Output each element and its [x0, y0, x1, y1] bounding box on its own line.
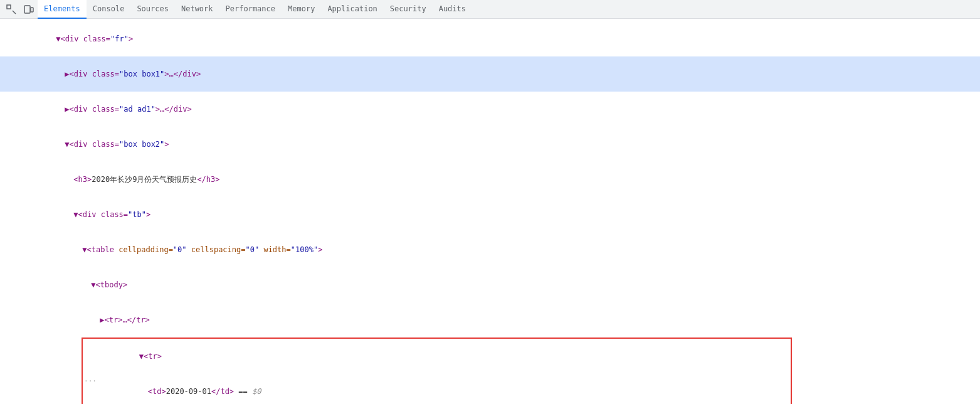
device-toolbar-icon[interactable]	[20, 1, 38, 18]
dom-panel: ▼<div class="fr"> ▶<div class="box box1"…	[0, 19, 980, 404]
tab-elements[interactable]: Elements	[38, 0, 87, 19]
dom-text: ▼<table cellpadding="0" cellspacing="0" …	[15, 233, 980, 267]
dom-line[interactable]: ▼<div class="box box2">	[0, 127, 980, 162]
tab-application[interactable]: Application	[321, 0, 383, 19]
dom-text: ▶<tr>…</tr>	[15, 303, 980, 337]
dots	[0, 162, 15, 163]
dom-text: <td>2020-09-01</td> == $0	[98, 375, 791, 404]
dom-text: ▼<div class="box box2">	[15, 127, 980, 161]
dots	[0, 268, 15, 268]
inspect-element-icon[interactable]	[3, 1, 20, 18]
devtools-tabbar: Elements Console Sources Network Perform…	[0, 0, 980, 19]
tab-network[interactable]: Network	[175, 0, 219, 19]
dom-text: ▼<tbody>	[15, 268, 980, 302]
dom-line[interactable]: ▼<div class="fr">	[0, 21, 980, 56]
svg-rect-2	[24, 6, 30, 13]
dom-text: ▼<div class="tb">	[15, 198, 980, 231]
tab-audits[interactable]: Audits	[433, 0, 472, 19]
dom-line[interactable]: ... <td>2020-09-01</td> == $0	[83, 374, 791, 404]
dom-line[interactable]: <h3>2020年长沙9月份天气预报历史</h3>	[0, 162, 980, 197]
dom-text: ▶<div class="ad ad1">…</div>	[15, 92, 980, 126]
tab-sources[interactable]: Sources	[130, 0, 175, 19]
dots	[0, 92, 15, 93]
dots	[0, 127, 15, 128]
dom-line[interactable]: ▼<div class="tb">	[0, 197, 980, 232]
dom-line[interactable]: ▶<div class="ad ad1">…</div>	[0, 92, 980, 127]
tab-console[interactable]: Console	[87, 0, 131, 19]
dots	[0, 57, 15, 58]
dom-line[interactable]: ▼<tbody>	[0, 267, 980, 302]
dots	[0, 233, 15, 233]
dots: ...	[83, 375, 98, 383]
dom-line[interactable]: ▼<table cellpadding="0" cellspacing="0" …	[0, 232, 980, 267]
tab-security[interactable]: Security	[384, 0, 433, 19]
svg-line-1	[13, 11, 16, 14]
dom-text: ▶<div class="box box1">…</div>	[15, 57, 980, 91]
svg-rect-3	[31, 8, 33, 12]
dom-text: <h3>2020年长沙9月份天气预报历史</h3>	[15, 162, 980, 196]
dom-line[interactable]: ▼<tr>	[83, 339, 791, 374]
svg-rect-0	[7, 5, 11, 9]
dom-text: ▼<div class="fr">	[15, 22, 980, 56]
dots	[0, 22, 15, 23]
dom-text: ▼<tr>	[98, 339, 791, 373]
dots	[0, 303, 15, 304]
dom-line[interactable]: ▶<div class="box box1">…</div>	[0, 56, 980, 92]
tab-memory[interactable]: Memory	[282, 0, 321, 19]
dots	[83, 339, 98, 340]
tab-performance[interactable]: Performance	[219, 0, 282, 19]
dom-line[interactable]: ▶<tr>…</tr>	[0, 302, 980, 338]
dots	[0, 198, 15, 198]
